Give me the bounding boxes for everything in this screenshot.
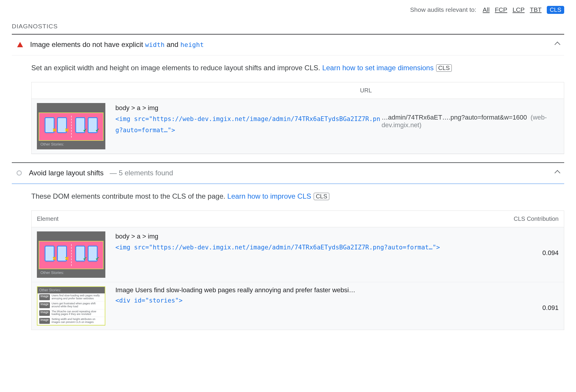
table-row: Other Stories: body > a > img <img src="… bbox=[32, 99, 564, 154]
element-thumbnail: Other Stories: bbox=[37, 231, 105, 278]
cls-chip: CLS bbox=[436, 64, 452, 72]
table-row: Other Stories: ImageUsers find slow-load… bbox=[32, 282, 564, 330]
table-header: URL bbox=[32, 82, 564, 99]
cls-chip: CLS bbox=[314, 193, 329, 200]
table-row: Other Stories: body > a > img <img src="… bbox=[32, 227, 564, 282]
audit2-count: 5 elements found bbox=[110, 169, 173, 177]
code-width: width bbox=[145, 41, 165, 48]
cls-score: 0.094 bbox=[517, 231, 559, 257]
element-html: <img src="https://web-dev.imgix.net/imag… bbox=[115, 242, 517, 253]
chevron-up-icon bbox=[554, 170, 560, 176]
table-header: Element CLS Contribution bbox=[32, 211, 564, 227]
cls-score: 0.091 bbox=[517, 286, 559, 312]
col-cls-contribution: CLS Contribution bbox=[360, 215, 559, 222]
audit-title: Image elements do not have explicit widt… bbox=[30, 40, 555, 49]
filter-label: Show audits relevant to: bbox=[410, 6, 476, 13]
fail-triangle-icon bbox=[17, 42, 23, 47]
chevron-up-icon bbox=[554, 42, 560, 48]
learn-improve-cls-link[interactable]: Learn how to improve CLS bbox=[227, 192, 311, 200]
audit-layout-shifts-header[interactable]: Avoid large layout shifts 5 elements fou… bbox=[12, 163, 564, 184]
filter-fcp[interactable]: FCP bbox=[495, 6, 507, 13]
element-selector: body > a > img bbox=[115, 104, 382, 112]
audit-image-dimensions-header[interactable]: Image elements do not have explicit widt… bbox=[12, 35, 564, 55]
audit2-title: Avoid large layout shifts 5 elements fou… bbox=[29, 169, 555, 177]
col-element: Element bbox=[37, 215, 360, 222]
filter-all[interactable]: All bbox=[483, 6, 490, 13]
filter-lcp[interactable]: LCP bbox=[513, 6, 525, 13]
element-selector: body > a > img bbox=[115, 233, 517, 240]
code-height: height bbox=[180, 41, 204, 48]
audit1-table: URL Other Stories: body > a > img <img s… bbox=[31, 82, 564, 154]
filter-tbt[interactable]: TBT bbox=[530, 6, 542, 13]
audit1-description: Set an explicit width and height on imag… bbox=[12, 55, 564, 77]
element-thumbnail: Other Stories: ImageUsers find slow-load… bbox=[37, 286, 105, 326]
audit2-table: Element CLS Contribution Other Stories: … bbox=[31, 210, 564, 330]
element-html: <img src="https://web-dev.imgix.net/imag… bbox=[115, 114, 382, 136]
neutral-circle-icon bbox=[17, 170, 22, 176]
element-thumbnail: Other Stories: bbox=[37, 103, 105, 149]
element-label: Image Users find slow-loading web pages … bbox=[115, 286, 517, 294]
audit2-description: These DOM elements contribute most to th… bbox=[12, 184, 564, 206]
learn-image-dimensions-link[interactable]: Learn how to set image dimensions bbox=[322, 64, 434, 72]
element-url: …admin/74TRx6aET….png?auto=format&w=1600… bbox=[382, 103, 559, 129]
audit-filter-row: Show audits relevant to: All FCP LCP TBT… bbox=[12, 4, 564, 19]
col-url: URL bbox=[360, 87, 559, 94]
diagnostics-heading: DIAGNOSTICS bbox=[12, 19, 564, 34]
element-html: <div id="stories"> bbox=[115, 295, 517, 306]
filter-cls-active[interactable]: CLS bbox=[547, 6, 564, 14]
